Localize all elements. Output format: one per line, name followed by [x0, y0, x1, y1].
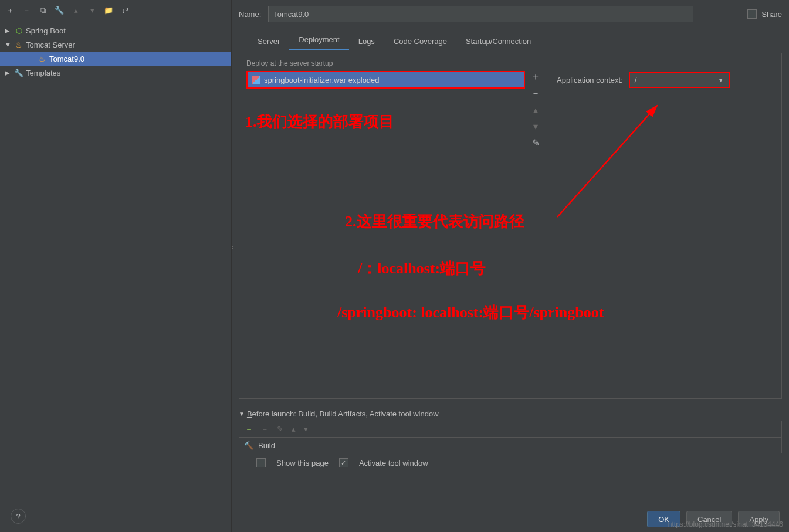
down-icon[interactable]: ▾ — [530, 120, 541, 132]
bottom-checks: Show this page Activate tool window — [239, 453, 782, 472]
hammer-icon: 🔨 — [244, 441, 253, 450]
tab-startup[interactable]: Startup/Connection — [456, 32, 540, 50]
up-icon[interactable]: ▴ — [292, 425, 296, 433]
ok-button[interactable]: OK — [647, 511, 680, 527]
deploy-button-column: ＋ － ▴ ▾ ✎ — [530, 71, 541, 392]
share-wrap: Share — [747, 9, 782, 19]
artifact-icon — [252, 76, 260, 84]
wrench-icon[interactable]: 🔧 — [54, 5, 65, 16]
tree-label: Templates — [26, 69, 60, 77]
show-page-label: Show this page — [276, 459, 329, 467]
main-panel: Name: Share Server Deployment Logs Code … — [232, 0, 789, 532]
copy-icon[interactable]: ⧉ — [38, 5, 48, 16]
config-tree: ▶ ⬡ Spring Boot ▼ ♨ Tomcat Server ♨ Tomc… — [0, 21, 231, 532]
up-icon[interactable]: ▴ — [70, 5, 81, 16]
deploy-item[interactable]: springboot-initializer:war exploded — [248, 72, 524, 87]
remove-icon[interactable]: － — [21, 5, 32, 16]
tree-label: Tomcat9.0 — [49, 55, 84, 63]
name-input[interactable] — [268, 6, 693, 22]
tab-logs[interactable]: Logs — [349, 32, 384, 50]
chevron-down-icon: ▼ — [5, 41, 12, 48]
share-label: Share — [761, 10, 782, 19]
folder-icon[interactable]: 📁 — [103, 5, 114, 16]
tab-codecoverage[interactable]: Code Coverage — [384, 32, 456, 50]
deploy-item-label: springboot-initializer:war exploded — [264, 76, 380, 84]
share-checkbox[interactable] — [747, 9, 757, 19]
sort-icon[interactable]: ↓ª — [120, 5, 130, 16]
name-row: Name: Share — [239, 0, 782, 28]
before-launch-toolbar: ＋ － ✎ ▴ ▾ — [239, 421, 782, 437]
tab-server[interactable]: Server — [248, 32, 289, 50]
tree-item-tomcat9[interactable]: ♨ Tomcat9.0 — [0, 52, 231, 66]
springboot-icon: ⬡ — [14, 26, 23, 35]
tree-item-tomcat[interactable]: ▼ ♨ Tomcat Server — [0, 38, 231, 52]
tree-label: Tomcat Server — [26, 40, 75, 49]
splitter-handle[interactable]: ⋮⋮⋮ — [230, 246, 233, 260]
sidebar-toolbar: ＋ － ⧉ 🔧 ▴ ▾ 📁 ↓ª — [0, 0, 231, 21]
tree-item-springboot[interactable]: ▶ ⬡ Spring Boot — [0, 23, 231, 38]
application-context-value: / — [635, 76, 637, 84]
add-icon[interactable]: ＋ — [5, 5, 15, 16]
cancel-button[interactable]: Cancel — [686, 511, 732, 527]
chevron-right-icon: ▶ — [5, 69, 12, 77]
chevron-down-icon: ▼ — [239, 411, 245, 417]
application-context-label: Application context: — [557, 76, 623, 84]
down-icon[interactable]: ▾ — [304, 425, 308, 433]
sidebar: ＋ － ⧉ 🔧 ▴ ▾ 📁 ↓ª ▶ ⬡ Spring Boot ▼ ♨ Tom… — [0, 0, 232, 532]
before-launch-label[interactable]: ▼ Before launch: Build, Build Artifacts,… — [239, 409, 782, 418]
tomcat-icon: ♨ — [38, 54, 47, 63]
deploy-section-label: Deploy at the server startup — [246, 59, 774, 67]
tab-deployment[interactable]: Deployment — [289, 31, 348, 50]
add-icon[interactable]: ＋ — [530, 71, 541, 83]
deploy-list[interactable]: springboot-initializer:war exploded — [246, 71, 525, 89]
chevron-down-icon: ▼ — [718, 77, 724, 83]
help-button[interactable]: ? — [11, 509, 26, 524]
before-launch-build-label: Build — [258, 441, 275, 450]
up-icon[interactable]: ▴ — [530, 104, 541, 116]
application-context-row: Application context: / ▼ — [557, 71, 730, 89]
name-label: Name: — [239, 10, 261, 19]
tabs: Server Deployment Logs Code Coverage Sta… — [239, 31, 782, 50]
tree-label: Spring Boot — [26, 26, 66, 35]
application-context-select[interactable]: / ▼ — [629, 72, 730, 88]
show-page-checkbox[interactable] — [256, 458, 266, 467]
deployment-panel: Deploy at the server startup springboot-… — [239, 53, 782, 399]
add-icon[interactable]: ＋ — [245, 424, 253, 435]
edit-icon[interactable]: ✎ — [277, 425, 283, 433]
dialog-footer: OK Cancel Apply — [647, 511, 780, 527]
apply-button[interactable]: Apply — [738, 511, 780, 527]
before-launch-list[interactable]: 🔨 Build — [239, 437, 782, 453]
chevron-right-icon: ▶ — [5, 27, 12, 35]
tree-item-templates[interactable]: ▶ 🔧 Templates — [0, 66, 231, 80]
remove-icon[interactable]: － — [261, 424, 269, 435]
down-icon[interactable]: ▾ — [87, 5, 97, 16]
edit-icon[interactable]: ✎ — [530, 137, 541, 148]
remove-icon[interactable]: － — [530, 87, 541, 99]
wrench-icon: 🔧 — [14, 68, 23, 77]
tomcat-icon: ♨ — [14, 40, 23, 49]
activate-tool-label: Activate tool window — [359, 459, 428, 467]
activate-tool-checkbox[interactable] — [339, 458, 348, 467]
